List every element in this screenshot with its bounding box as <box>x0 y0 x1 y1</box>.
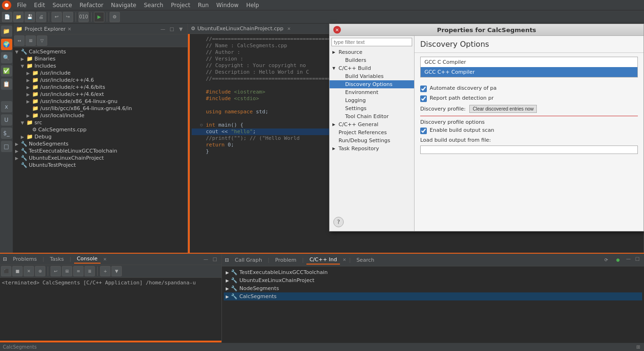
callgraph-item-nodesegments[interactable]: ▶ 🔧 NodeSegments <box>224 284 642 292</box>
sidebar-icon-browser[interactable]: 🌍 <box>1 39 12 50</box>
sidebar-icon-tasks[interactable]: ✅ <box>1 65 12 77</box>
menu-project[interactable]: Project <box>167 0 194 10</box>
editor-tab-close[interactable]: ✕ <box>287 26 291 31</box>
dialog-filter-input[interactable] <box>331 38 412 46</box>
toolbar-new[interactable]: 📄 <box>2 12 12 22</box>
console-maximize[interactable]: □ <box>211 256 219 263</box>
explorer-sync[interactable]: ↔ <box>14 35 25 46</box>
editor-tab-title[interactable]: UbuntuExeLinuxChainProject.cpp <box>197 26 283 32</box>
nav-item-cpp-general[interactable]: ▶ C/C++ General <box>330 120 414 128</box>
toolbar-save[interactable]: 💾 <box>25 12 35 22</box>
tree-item-gcc-x86[interactable]: 📁 /usr/lib/gcc/x86_64-linux-gnu/4.6/in <box>14 105 186 112</box>
tab-console[interactable]: Console <box>74 255 101 264</box>
console-btn2[interactable]: ■ <box>12 266 23 276</box>
menu-run[interactable]: Run <box>194 0 212 10</box>
tree-item-nodesegments[interactable]: ▶ 🔧 NodeSegments <box>14 140 186 147</box>
menu-file[interactable]: File <box>13 0 30 10</box>
explorer-collapse[interactable]: ⊞ <box>25 35 36 46</box>
tab-cpp-ind[interactable]: C/C++ Ind <box>306 256 339 265</box>
console-new[interactable]: + <box>100 266 110 276</box>
callgraph-minimize[interactable]: — <box>625 255 632 262</box>
tree-item-x86[interactable]: ▶ 📁 /usr/include/x86_64-linux-gnu <box>14 98 186 105</box>
tree-item-testexecutable[interactable]: ▶ 🔧 TestExecutableLinuxGCCToolchain <box>14 147 186 154</box>
console-btn6[interactable]: ⊞ <box>62 266 72 276</box>
tree-item-includes[interactable]: ▼ 📁 Includes <box>14 62 186 69</box>
nav-item-resource[interactable]: ▶ Resource <box>330 48 414 56</box>
compiler-item-gcc-c[interactable]: GCC C Compiler <box>421 57 637 67</box>
sidebar-icon-outline[interactable]: 📋 <box>1 78 12 90</box>
maximize-btn[interactable]: □ <box>168 25 176 33</box>
nav-item-task-repo[interactable]: ▶ Task Repository <box>330 145 414 153</box>
tree-item-ubuntutest[interactable]: 🔧 UbuntuTestProject <box>14 162 186 169</box>
menu-edit[interactable]: Edit <box>30 0 49 10</box>
cpp-ind-close[interactable]: ✕ <box>343 257 347 262</box>
tree-item-binaries[interactable]: ▶ 📁 Binaries <box>14 55 186 62</box>
callgraph-item-ubuntuexe[interactable]: ▶ 🔧 UbuntuExeLinuxChainProject <box>224 276 642 284</box>
callgraph-maximize[interactable]: □ <box>634 255 641 262</box>
console-btn1[interactable]: ⬛ <box>1 266 11 276</box>
project-explorer-close-icon[interactable]: ✕ <box>68 26 71 32</box>
console-btn4[interactable]: ⊗ <box>35 266 45 276</box>
clear-discovered-btn[interactable]: Clear discovered entries now <box>469 105 537 113</box>
tree-item-src[interactable]: ▼ 📁 src <box>14 119 186 126</box>
load-build-output-input[interactable] <box>420 146 638 154</box>
compiler-item-gcc-cpp[interactable]: GCC C++ Compiler <box>421 67 637 77</box>
nav-item-logging[interactable]: Logging <box>330 96 414 104</box>
toolbar-undo[interactable]: ↩ <box>51 12 62 22</box>
tree-item-debug[interactable]: ▶ 📁 Debug <box>14 133 186 140</box>
sidebar-icon-unknown1[interactable]: U <box>1 114 12 126</box>
callgraph-refresh[interactable]: ⟳ <box>601 255 611 265</box>
console-btn5[interactable]: ↩ <box>51 266 61 276</box>
console-view[interactable]: ▼ <box>111 266 122 276</box>
menu-window[interactable]: Window <box>212 0 242 10</box>
tab-tasks[interactable]: Tasks <box>47 255 67 263</box>
tab-callgraph[interactable]: Call Graph <box>232 256 265 264</box>
report-path-checkbox[interactable] <box>420 95 427 102</box>
menu-source[interactable]: Source <box>49 0 76 10</box>
help-button[interactable]: ? <box>333 217 344 227</box>
tab-problems[interactable]: Problems <box>10 255 40 263</box>
toolbar-settings[interactable]: ⚙ <box>110 12 120 22</box>
sidebar-icon-explorer[interactable]: 📁 <box>1 26 12 37</box>
console-minimize[interactable]: — <box>202 256 210 263</box>
console-btn8[interactable]: ≣ <box>85 266 95 276</box>
callgraph-item-testexecutable[interactable]: ▶ 🔧 TestExecutableLinuxGCCToolchain <box>224 268 642 276</box>
tab-search[interactable]: Search <box>354 256 377 264</box>
nav-item-build-vars[interactable]: Build Variables <box>330 72 414 80</box>
console-btn7[interactable]: ≡ <box>73 266 84 276</box>
nav-item-discovery-options[interactable]: Discovery Options <box>330 80 414 88</box>
nav-item-project-refs[interactable]: Project References <box>330 128 414 137</box>
sidebar-icon-unknown2[interactable]: □ <box>1 141 12 152</box>
console-btn3[interactable]: ✕ <box>24 266 34 276</box>
nav-item-cpp-build[interactable]: ▼ C/C++ Build <box>330 64 414 72</box>
toolbar-print[interactable]: 🖨 <box>36 12 46 22</box>
minimize-btn[interactable]: — <box>159 25 167 33</box>
tree-item-ubuntuexe[interactable]: ▶ 🔧 UbuntuExeLinuxChainProject <box>14 154 186 162</box>
tree-item-usr-include[interactable]: ▶ 📁 /usr/include <box>14 69 186 77</box>
sidebar-icon-variables[interactable]: x <box>1 101 12 112</box>
tree-item-cpp46-bits[interactable]: ▶ 📁 /usr/include/c++/4.6/bits <box>14 84 186 91</box>
explorer-filter[interactable]: ▽ <box>37 35 47 46</box>
tree-item-local-include[interactable]: ▶ 📁 /usr/local/include <box>14 112 186 119</box>
nav-item-settings[interactable]: Settings <box>330 104 414 112</box>
nav-item-run-debug[interactable]: Run/Debug Settings <box>330 137 414 145</box>
nav-item-environment[interactable]: Environment <box>330 88 414 96</box>
nav-item-tool-chain[interactable]: Tool Chain Editor <box>330 112 414 120</box>
tree-item-calcsegments[interactable]: ▼ 🔧 CalcSegments <box>14 48 186 55</box>
tree-item-cpp46-ext[interactable]: ▶ 📁 /usr/include/c++/4.6/ext <box>14 91 186 98</box>
menu-navigate[interactable]: Navigate <box>107 0 140 10</box>
menu-help[interactable]: Help <box>242 0 263 10</box>
nav-item-builders[interactable]: Builders <box>330 56 414 64</box>
toolbar-open[interactable]: 📁 <box>13 12 24 22</box>
tree-item-calcsegments-cpp[interactable]: ⚙ CalcSegments.cpp <box>14 126 186 133</box>
toolbar-debug[interactable]: 010 <box>78 12 89 22</box>
tab-problem[interactable]: Problem <box>272 256 299 264</box>
menu-refactor[interactable]: Refactor <box>76 0 107 10</box>
enable-build-output-checkbox[interactable] <box>420 128 427 134</box>
tree-item-usr-cpp46[interactable]: ▶ 📁 /usr/include/c++/4.6 <box>14 77 186 84</box>
automate-discovery-checkbox[interactable] <box>420 86 427 92</box>
callgraph-item-calcsegments[interactable]: ▶ 🔧 CalcSegments <box>224 292 642 300</box>
menu-search[interactable]: Search <box>140 0 167 10</box>
dialog-close-button[interactable]: ✕ <box>333 26 341 34</box>
toolbar-run[interactable]: ▶ <box>94 12 104 22</box>
